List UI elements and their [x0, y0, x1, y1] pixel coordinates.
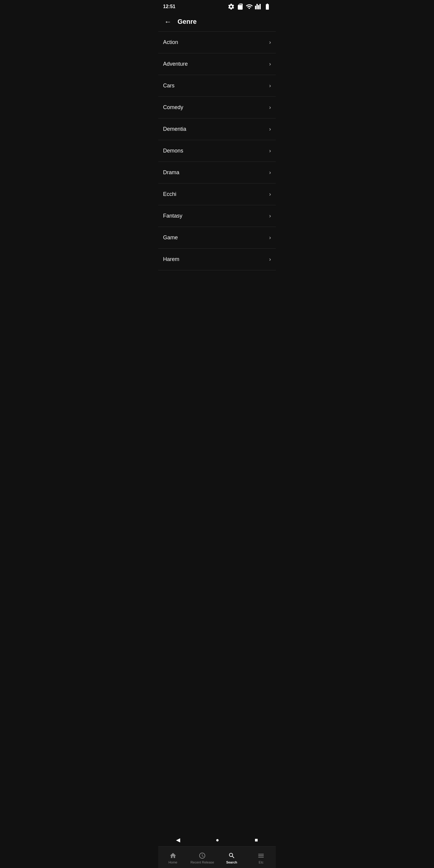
genre-label: Dementia: [163, 126, 186, 132]
chevron-right-icon: ›: [269, 191, 271, 197]
chevron-right-icon: ›: [269, 148, 271, 154]
genre-item[interactable]: Fantasy ›: [158, 205, 276, 227]
app-bar: ← Genre: [158, 12, 276, 31]
status-icons: [227, 3, 271, 10]
status-time: 12:51: [163, 4, 176, 9]
chevron-right-icon: ›: [269, 235, 271, 241]
sdcard-icon: [237, 3, 244, 10]
genre-item[interactable]: Dementia ›: [158, 119, 276, 140]
battery-icon: [264, 3, 271, 10]
genre-label: Game: [163, 235, 178, 241]
genre-item[interactable]: Action ›: [158, 32, 276, 53]
genre-item[interactable]: Cars ›: [158, 75, 276, 97]
genre-item[interactable]: Game ›: [158, 227, 276, 249]
chevron-right-icon: ›: [269, 83, 271, 89]
genre-label: Demons: [163, 148, 183, 154]
status-bar: 12:51: [158, 0, 276, 12]
genre-label: Adventure: [163, 61, 188, 67]
chevron-right-icon: ›: [269, 104, 271, 111]
chevron-right-icon: ›: [269, 61, 271, 67]
genre-label: Ecchi: [163, 191, 176, 197]
genre-label: Drama: [163, 169, 179, 176]
genre-item[interactable]: Drama ›: [158, 162, 276, 184]
chevron-right-icon: ›: [269, 213, 271, 219]
back-button[interactable]: ←: [163, 16, 173, 27]
genre-list: Action › Adventure › Cars › Comedy › Dem…: [158, 32, 276, 305]
chevron-right-icon: ›: [269, 256, 271, 262]
chevron-right-icon: ›: [269, 126, 271, 132]
genre-item[interactable]: Comedy ›: [158, 97, 276, 119]
chevron-right-icon: ›: [269, 39, 271, 45]
wifi-icon: [246, 3, 253, 10]
genre-label: Comedy: [163, 104, 183, 111]
genre-label: Harem: [163, 256, 179, 262]
genre-item[interactable]: Adventure ›: [158, 53, 276, 75]
chevron-right-icon: ›: [269, 169, 271, 176]
genre-label: Cars: [163, 83, 175, 89]
back-arrow-icon: ←: [164, 18, 172, 26]
genre-item[interactable]: Demons ›: [158, 140, 276, 162]
genre-item[interactable]: Ecchi ›: [158, 184, 276, 205]
genre-item[interactable]: Harem ›: [158, 249, 276, 270]
signal-icon: [255, 3, 262, 10]
genre-label: Action: [163, 39, 178, 45]
genre-label: Fantasy: [163, 213, 182, 219]
page-title: Genre: [178, 18, 197, 26]
settings-icon: [227, 3, 235, 10]
